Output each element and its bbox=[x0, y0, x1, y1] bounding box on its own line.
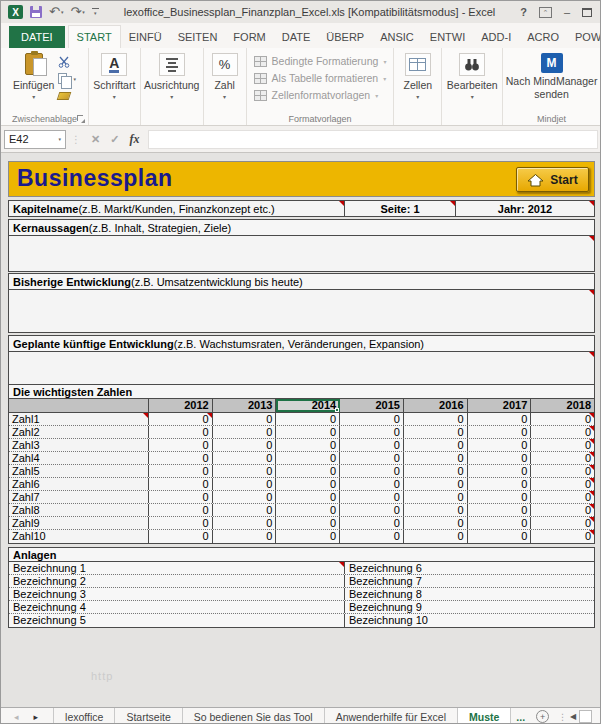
value-cell[interactable]: 0 bbox=[340, 478, 404, 490]
ribbon-tab-entwi[interactable]: ENTWI bbox=[422, 26, 473, 48]
value-cell[interactable]: 0 bbox=[149, 413, 213, 425]
value-cell[interactable]: 0 bbox=[468, 530, 532, 543]
value-cell[interactable]: 0 bbox=[340, 413, 404, 425]
selected-cell-2014[interactable]: 2014 bbox=[276, 399, 340, 412]
cell-kapitelname[interactable]: Kapitelname (z.B. Markt/Kunden, Finanzko… bbox=[9, 201, 345, 216]
anlagen-cell[interactable]: Bezeichnung 2 bbox=[9, 575, 345, 587]
scroll-left-icon[interactable]: ◀ bbox=[570, 712, 576, 721]
sheet-tab-active-muste[interactable]: Muste bbox=[458, 708, 511, 724]
value-cell[interactable]: 0 bbox=[468, 517, 532, 529]
minimize-icon[interactable]: – bbox=[564, 6, 570, 18]
anlagen-cell[interactable]: Bezeichnung 10 bbox=[345, 614, 594, 627]
value-cell[interactable]: 0 bbox=[213, 491, 277, 503]
ribbon-tab-überp[interactable]: ÜBERP bbox=[318, 26, 372, 48]
section-input-cell[interactable] bbox=[9, 352, 594, 387]
value-cell[interactable]: 0 bbox=[276, 452, 340, 464]
formula-input[interactable] bbox=[148, 130, 598, 149]
value-cell[interactable]: 0 bbox=[149, 452, 213, 464]
value-cell[interactable]: 0 bbox=[468, 478, 532, 490]
customize-qat-button[interactable]: ▾ bbox=[92, 8, 99, 16]
sheet-tab-anwenderhilfe-für-excel[interactable]: Anwenderhilfe für Excel bbox=[325, 708, 458, 724]
year-cell-2015[interactable]: 2015 bbox=[340, 399, 404, 412]
ribbon-tab-seiten[interactable]: SEITEN bbox=[170, 26, 226, 48]
value-cell[interactable]: 0 bbox=[340, 517, 404, 529]
value-cell[interactable]: 0 bbox=[468, 426, 532, 438]
value-cell[interactable]: 0 bbox=[149, 465, 213, 477]
row-label-cell[interactable]: Zahl1 bbox=[9, 413, 149, 425]
value-cell[interactable]: 0 bbox=[468, 491, 532, 503]
anlagen-cell[interactable]: Bezeichnung 9 bbox=[345, 601, 594, 613]
value-cell[interactable]: 0 bbox=[276, 491, 340, 503]
section-header-cell[interactable]: Kernaussagen (z.B. Inhalt, Strategien, Z… bbox=[9, 220, 594, 236]
value-cell[interactable]: 0 bbox=[149, 439, 213, 451]
year-cell-2018[interactable]: 2018 bbox=[531, 399, 594, 412]
value-cell[interactable]: 0 bbox=[404, 452, 468, 464]
zahlen-table-title[interactable]: Die wichtigsten Zahlen bbox=[9, 385, 594, 399]
ribbon-tab-add-i[interactable]: ADD-I bbox=[473, 26, 519, 48]
ribbon-tab-form[interactable]: FORM bbox=[225, 26, 273, 48]
anlagen-cell[interactable]: Bezeichnung 8 bbox=[345, 588, 594, 600]
ribbon-tab-powe[interactable]: POWE bbox=[567, 26, 601, 48]
anlagen-cell[interactable]: Bezeichnung 3 bbox=[9, 588, 345, 600]
scrollbar-thumb[interactable] bbox=[579, 710, 592, 723]
alignment-button[interactable]: Ausrichtung ▾ bbox=[144, 48, 199, 125]
value-cell[interactable]: 0 bbox=[340, 465, 404, 477]
value-cell[interactable]: 0 bbox=[531, 504, 594, 516]
value-cell[interactable]: 0 bbox=[340, 530, 404, 543]
value-cell[interactable]: 0 bbox=[340, 504, 404, 516]
horizontal-scrollbar[interactable]: ◀ bbox=[570, 708, 592, 724]
year-cell-2013[interactable]: 2013 bbox=[213, 399, 277, 412]
value-cell[interactable]: 0 bbox=[213, 478, 277, 490]
value-cell[interactable]: 0 bbox=[468, 439, 532, 451]
format-as-table-button[interactable]: Als Tabelle formatieren▾ bbox=[254, 72, 394, 84]
value-cell[interactable]: 0 bbox=[468, 452, 532, 464]
value-cell[interactable]: 0 bbox=[149, 491, 213, 503]
value-cell[interactable]: 0 bbox=[276, 504, 340, 516]
year-row-label-cell[interactable] bbox=[9, 399, 149, 412]
value-cell[interactable]: 0 bbox=[404, 504, 468, 516]
sheet-tab-lexoffice[interactable]: lexoffice bbox=[54, 708, 115, 724]
anlagen-table-title[interactable]: Anlagen bbox=[9, 548, 594, 562]
enter-icon[interactable]: ✓ bbox=[110, 133, 119, 146]
start-button[interactable]: Start bbox=[516, 167, 589, 192]
value-cell[interactable]: 0 bbox=[404, 491, 468, 503]
font-button[interactable]: A Schriftart ▾ bbox=[93, 48, 135, 125]
save-icon[interactable] bbox=[30, 6, 42, 18]
value-cell[interactable]: 0 bbox=[213, 439, 277, 451]
insert-function-icon[interactable]: fx bbox=[129, 132, 139, 147]
ribbon-tab-einfü[interactable]: EINFÜ bbox=[121, 26, 170, 48]
restore-icon[interactable] bbox=[582, 8, 592, 17]
row-label-cell[interactable]: Zahl2 bbox=[9, 426, 149, 438]
year-cell-2017[interactable]: 2017 bbox=[468, 399, 532, 412]
next-sheet-icon[interactable]: ▸ bbox=[34, 712, 39, 722]
ribbon-tab-start[interactable]: START bbox=[68, 25, 121, 48]
prev-sheet-icon[interactable]: ◂ bbox=[14, 712, 19, 722]
row-label-cell[interactable]: Zahl7 bbox=[9, 491, 149, 503]
row-label-cell[interactable]: Zahl4 bbox=[9, 452, 149, 464]
ribbon-display-options-icon[interactable]: ⌃ bbox=[539, 7, 552, 18]
row-label-cell[interactable]: Zahl3 bbox=[9, 439, 149, 451]
value-cell[interactable]: 0 bbox=[340, 452, 404, 464]
value-cell[interactable]: 0 bbox=[213, 465, 277, 477]
undo-button[interactable]: ↶▾ bbox=[49, 6, 63, 18]
anlagen-cell[interactable]: Bezeichnung 4 bbox=[9, 601, 345, 613]
cells-button[interactable]: Zellen ▾ bbox=[403, 48, 432, 125]
value-cell[interactable]: 0 bbox=[531, 465, 594, 477]
cancel-icon[interactable]: ✕ bbox=[91, 133, 100, 146]
anlagen-cell[interactable]: Bezeichnung 6 bbox=[345, 562, 594, 574]
conditional-formatting-button[interactable]: Bedingte Formatierung▾ bbox=[254, 55, 394, 67]
value-cell[interactable]: 0 bbox=[340, 439, 404, 451]
value-cell[interactable]: 0 bbox=[340, 491, 404, 503]
value-cell[interactable]: 0 bbox=[276, 465, 340, 477]
value-cell[interactable]: 0 bbox=[531, 517, 594, 529]
anlagen-cell[interactable]: Bezeichnung 7 bbox=[345, 575, 594, 587]
cell-styles-button[interactable]: Zellenformatvorlagen▾ bbox=[254, 89, 394, 101]
value-cell[interactable]: 0 bbox=[468, 413, 532, 425]
value-cell[interactable]: 0 bbox=[404, 439, 468, 451]
row-label-cell[interactable]: Zahl10 bbox=[9, 530, 149, 543]
value-cell[interactable]: 0 bbox=[404, 530, 468, 543]
value-cell[interactable]: 0 bbox=[404, 426, 468, 438]
number-button[interactable]: % Zahl ▾ bbox=[212, 48, 238, 125]
value-cell[interactable]: 0 bbox=[468, 465, 532, 477]
row-label-cell[interactable]: Zahl8 bbox=[9, 504, 149, 516]
